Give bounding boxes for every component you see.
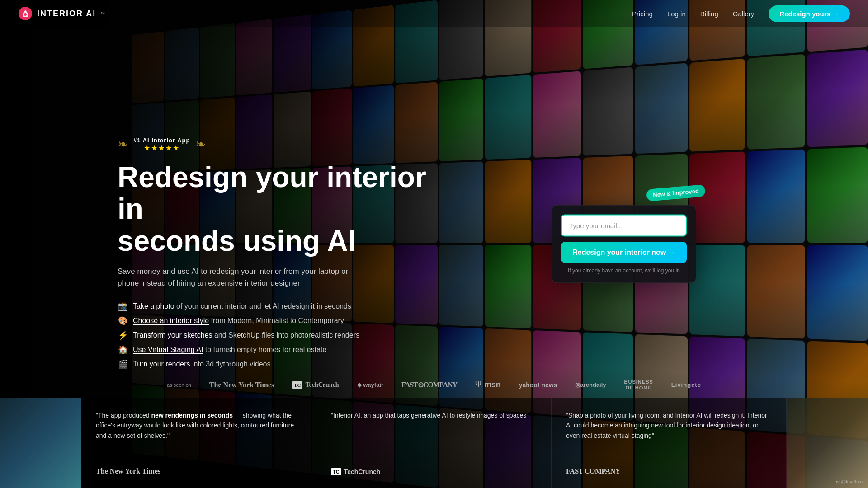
redesign-yours-button[interactable]: Redesign yours → [769, 5, 850, 22]
nav-gallery[interactable]: Gallery [733, 10, 755, 18]
feature-item-3: 🏠 Use Virtual Staging AI to furnish empt… [118, 345, 389, 355]
press-fastco: FAST⊙COMPANY [401, 380, 457, 389]
nav-login[interactable]: Log in [667, 10, 686, 18]
press-wayfair: ◆ wayfair [357, 381, 383, 388]
press-yahoo: yahoo! news [519, 381, 557, 389]
testimonial-source-0: The New York Times [96, 467, 302, 475]
award-text: #1 AI Interior App ★★★★★ [133, 137, 190, 152]
press-archdaily: ◎archdaily [575, 381, 606, 388]
laurel-left-icon: ❧ [118, 137, 128, 152]
logo-icon [18, 6, 33, 21]
feature-item-1: 🎨 Choose an interior style from Modern, … [118, 316, 389, 326]
flythrough-link[interactable]: Turn your renders [133, 360, 190, 368]
take-photo-emoji: 📸 [118, 301, 128, 311]
testimonial-text-2: "Snap a photo of your living room, and I… [566, 410, 772, 462]
nav-links: Pricing Log in Billing Gallery Redesign … [632, 5, 850, 22]
feature-item-4: 🎬 Turn your renders into 3d flythrough v… [118, 359, 389, 369]
flythrough-emoji: 🎬 [118, 359, 128, 369]
svg-point-1 [24, 13, 27, 16]
award-stars: ★★★★★ [133, 144, 190, 152]
feature-text-0: of your current interior and let AI rede… [176, 302, 351, 310]
transform-sketches-emoji: ⚡ [118, 330, 128, 340]
feature-text-2: and SketchUp files into photorealistic r… [214, 331, 359, 339]
hero-subtext: Save money and use AI to redesign your i… [118, 266, 353, 289]
nav-pricing[interactable]: Pricing [632, 10, 653, 18]
feature-text-4: into 3d flythrough videos [192, 360, 270, 368]
hero-headline: Redesign your interior in seconds using … [118, 161, 434, 257]
feature-text-3: to furnish empty homes for real estate [205, 346, 327, 353]
interior-style-link[interactable]: Choose an interior style [133, 317, 209, 324]
interior-style-emoji: 🎨 [118, 316, 128, 326]
form-note: If you already have an account, we'll lo… [561, 267, 687, 274]
feature-item-2: ⚡ Transform your sketches and SketchUp f… [118, 330, 389, 340]
testimonial-card-tc: "Interior AI, an app that taps generativ… [316, 398, 552, 488]
take-photo-link[interactable]: Take a photo [133, 302, 175, 310]
testimonial-text-1: "Interior AI, an app that taps generativ… [331, 410, 537, 463]
cta-form: New & improved Redesign your interior no… [552, 205, 696, 283]
testimonial-text-0: "The app produced new renderings in seco… [96, 410, 302, 462]
award-badge: ❧ #1 AI Interior App ★★★★★ ❧ [118, 137, 868, 152]
award-title: #1 AI Interior App [133, 137, 190, 144]
feature-text-1: from Modern, Minimalist to Contemporary [211, 317, 344, 324]
testimonial-thumb-left [0, 398, 81, 488]
nav-billing[interactable]: Billing [700, 10, 718, 18]
press-tc: TC TechCrunch [292, 381, 339, 389]
features-list: 📸 Take a photo of your current interior … [118, 301, 389, 369]
testimonial-source-1: TC TechCrunch [331, 468, 537, 475]
form-card: Redesign your interior now → If you alre… [552, 205, 696, 283]
logo[interactable]: INTERIOR AI™ [18, 6, 105, 21]
virtual-staging-emoji: 🏠 [118, 345, 128, 355]
logo-text: INTERIOR AI [37, 9, 96, 19]
navbar: INTERIOR AI™ Pricing Log in Billing Gall… [0, 0, 868, 27]
tc-name: TechCrunch [305, 381, 339, 389]
testimonials-section: "The app produced new renderings in seco… [0, 398, 868, 488]
attribution: by @levelsio [834, 479, 863, 484]
tc-box: TC [292, 381, 302, 389]
press-msn: Ψ msn [475, 380, 501, 389]
testimonial-thumb-right [787, 398, 868, 488]
feature-item-0: 📸 Take a photo of your current interior … [118, 301, 389, 311]
testimonial-card-nyt: "The app produced new renderings in seco… [81, 398, 316, 488]
press-as-seen-on: as seen on [167, 382, 191, 388]
press-boh: BUSINESSOF HOME [624, 379, 653, 391]
press-nyt: The New York Times [209, 381, 274, 389]
email-input[interactable] [561, 215, 687, 237]
laurel-right-icon: ❧ [195, 137, 206, 152]
virtual-staging-link[interactable]: Use Virtual Staging AI [133, 346, 203, 353]
cta-button[interactable]: Redesign your interior now → [561, 242, 687, 263]
press-livingetc: Livingetc [671, 381, 701, 388]
testimonial-source-2: FAST COMPANY [566, 467, 772, 475]
logo-tm: ™ [100, 11, 105, 16]
transform-sketches-link[interactable]: Transform your sketches [133, 331, 212, 339]
testimonial-card-fastco: "Snap a photo of your living room, and I… [552, 398, 787, 488]
press-section: as seen on The New York Times TC TechCru… [0, 379, 868, 391]
